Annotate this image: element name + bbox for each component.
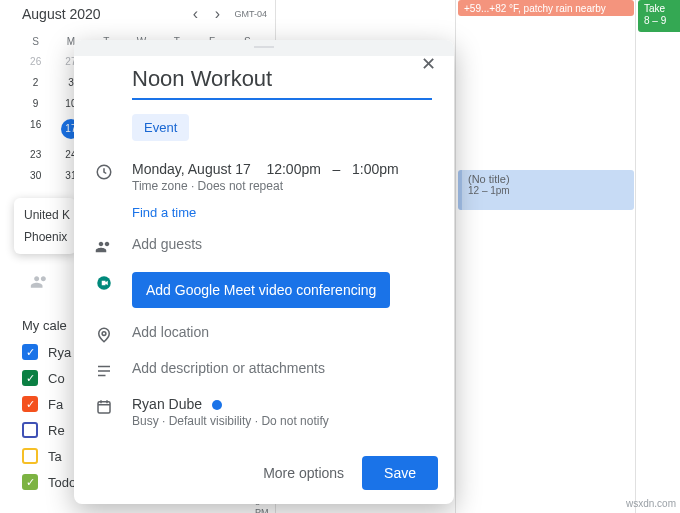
event-end-time[interactable]: 1:00pm xyxy=(352,161,399,177)
mini-calendar-header: August 2020 ‹ › GMT-04 xyxy=(0,0,275,28)
event-date[interactable]: Monday, August 17 xyxy=(132,161,251,177)
timezone-popup: United K Phoenix xyxy=(14,198,76,254)
datetime-subtext: Time zone · Does not repeat xyxy=(132,179,438,193)
calendar-checkbox[interactable] xyxy=(22,396,38,412)
description-row: Add description or attachments xyxy=(90,352,438,388)
event-create-modal: ✕ Event Monday, August 17 12:00pm – 1:00… xyxy=(74,40,454,504)
dow-label: S xyxy=(18,32,53,51)
mini-calendar-day[interactable]: 26 xyxy=(18,51,53,72)
people-icon xyxy=(30,272,50,292)
my-calendars-label: My cale xyxy=(22,318,67,333)
guests-row: Add guests xyxy=(90,228,438,264)
save-button[interactable]: Save xyxy=(362,456,438,490)
location-icon xyxy=(90,324,118,344)
svg-rect-3 xyxy=(98,402,110,413)
calendar-label: Co xyxy=(48,371,65,386)
calendar-color-dot xyxy=(212,400,222,410)
modal-footer: More options Save xyxy=(74,448,454,504)
svg-point-2 xyxy=(102,332,106,336)
event-type-chip[interactable]: Event xyxy=(132,114,189,141)
calendar-label: Re xyxy=(48,423,65,438)
event-start-time[interactable]: 12:00pm xyxy=(266,161,320,177)
find-a-time-link[interactable]: Find a time xyxy=(132,205,438,220)
mini-calendar-day[interactable]: 23 xyxy=(18,144,53,165)
meet-row: Add Google Meet video conferencing xyxy=(90,264,438,316)
modal-drag-handle[interactable] xyxy=(74,40,454,56)
mini-calendar-day[interactable]: 9 xyxy=(18,93,53,114)
add-meet-button[interactable]: Add Google Meet video conferencing xyxy=(132,272,390,308)
calendar-checkbox[interactable] xyxy=(22,474,38,490)
prev-month-button[interactable]: ‹ xyxy=(184,3,206,25)
day-column[interactable] xyxy=(636,0,680,513)
location-row: Add location xyxy=(90,316,438,352)
weather-pill[interactable]: +59...+82 °F, patchy rain nearby xyxy=(458,0,634,16)
calendar-checkbox[interactable] xyxy=(22,422,38,438)
next-month-button[interactable]: › xyxy=(206,3,228,25)
mini-calendar-day[interactable]: 30 xyxy=(18,165,53,186)
month-title: August 2020 xyxy=(22,6,184,22)
event-title: Take xyxy=(644,3,677,15)
all-day-event[interactable]: Take 8 – 9 xyxy=(638,0,680,32)
event-time: 8 – 9 xyxy=(644,15,677,27)
calendar-checkbox[interactable] xyxy=(22,370,38,386)
add-location-field[interactable]: Add location xyxy=(132,324,438,340)
calendar-icon xyxy=(90,396,118,416)
calendar-label: Rya xyxy=(48,345,71,360)
add-guests-field[interactable]: Add guests xyxy=(132,236,438,252)
organizer-name: Ryan Dube xyxy=(132,396,202,412)
organizer-row: Ryan Dube Busy · Default visibility · Do… xyxy=(90,388,438,436)
event-title: (No title) xyxy=(468,173,628,185)
timezone-option[interactable]: United K xyxy=(14,204,76,226)
video-icon xyxy=(90,272,118,292)
calendar-checkbox[interactable] xyxy=(22,448,38,464)
mini-calendar-day[interactable]: 16 xyxy=(18,114,53,144)
clock-icon xyxy=(90,161,118,181)
timezone-option[interactable]: Phoenix xyxy=(14,226,76,248)
calendar-label: Ta xyxy=(48,449,62,464)
more-options-button[interactable]: More options xyxy=(263,465,344,481)
organizer-subtext: Busy · Default visibility · Do not notif… xyxy=(132,414,438,428)
grip-icon xyxy=(254,46,274,48)
mini-calendar-day[interactable]: 2 xyxy=(18,72,53,93)
event-type-row: Event xyxy=(132,114,438,141)
timezone-label: GMT-04 xyxy=(234,9,267,19)
add-description-field[interactable]: Add description or attachments xyxy=(132,360,438,376)
datetime-row: Monday, August 17 12:00pm – 1:00pm Time … xyxy=(90,153,438,228)
people-icon xyxy=(90,236,118,256)
watermark: wsxdn.com xyxy=(626,498,676,509)
timed-event-block[interactable]: (No title) 12 – 1pm xyxy=(458,170,634,210)
event-title-input[interactable] xyxy=(132,62,432,100)
close-button[interactable]: ✕ xyxy=(414,50,442,78)
day-column[interactable] xyxy=(456,0,636,513)
event-time: 12 – 1pm xyxy=(468,185,628,196)
time-dash: – xyxy=(333,161,341,177)
description-icon xyxy=(90,360,118,380)
calendar-label: Fa xyxy=(48,397,63,412)
calendar-checkbox[interactable] xyxy=(22,344,38,360)
